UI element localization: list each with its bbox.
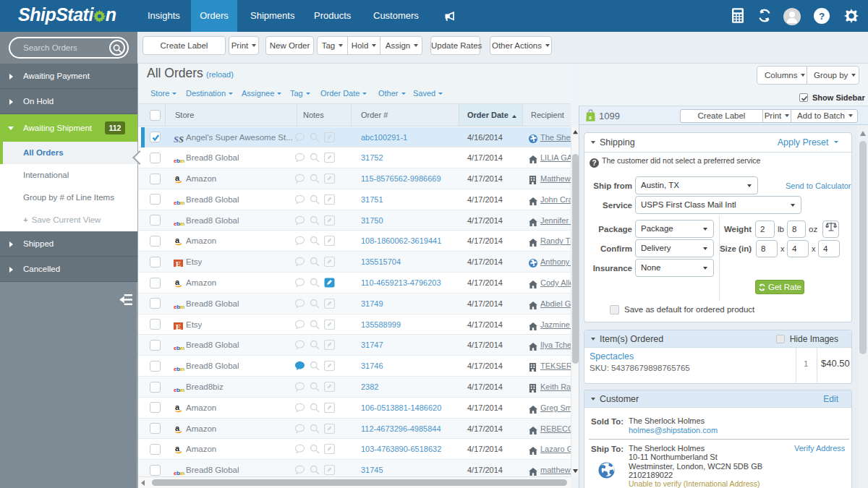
svg-text:?: ? [819, 11, 825, 22]
svg-text:a: a [175, 278, 180, 286]
svg-text:a: a [175, 236, 180, 244]
svg-text:s: s [589, 114, 592, 121]
svg-text:a: a [175, 403, 180, 411]
svg-text:a: a [175, 174, 180, 182]
svg-text:a: a [175, 424, 180, 432]
svg-text:a: a [175, 444, 180, 453]
